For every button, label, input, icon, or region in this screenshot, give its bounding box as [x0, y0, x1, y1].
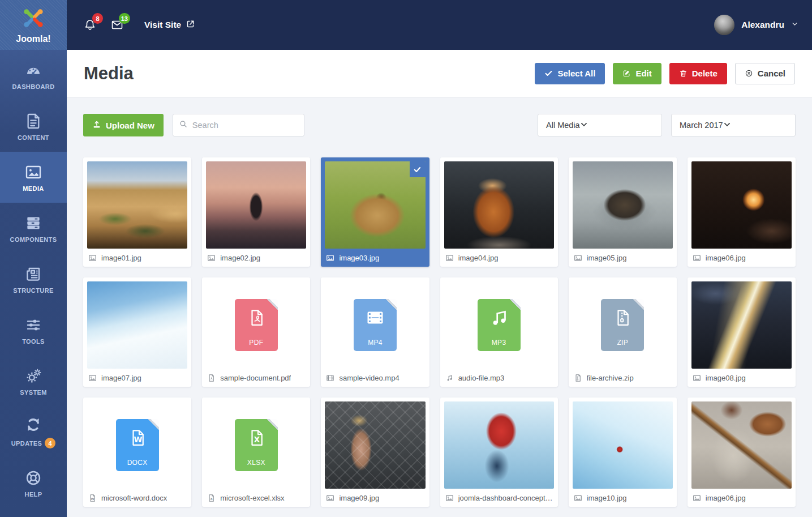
file-type-label: XLSX	[247, 459, 265, 467]
delete-button[interactable]: Delete	[669, 63, 727, 84]
pdf-file-icon	[207, 374, 216, 382]
media-item[interactable]: PDFsample-document.pdf	[202, 277, 310, 387]
image-file-icon	[326, 254, 334, 262]
media-thumbnail	[691, 281, 792, 369]
joomla-logo-icon	[22, 6, 45, 32]
pencil-icon	[622, 69, 631, 78]
date-filter-value: March 2017	[680, 121, 723, 130]
cancel-button[interactable]: Cancel	[735, 63, 795, 84]
video-file-tile: MP4	[354, 299, 397, 351]
zip-file-tile: ZIP	[601, 299, 644, 351]
page-title: Media	[84, 63, 134, 84]
media-thumbnail: XXLSX	[206, 401, 306, 489]
image-file-icon	[88, 374, 97, 382]
image-file-icon	[207, 254, 216, 262]
brand-name: Joomla!	[16, 34, 50, 44]
media-filename: sample-document.pdf	[206, 369, 306, 383]
sidebar-item-dashboard[interactable]: DASHBOARD	[0, 50, 67, 101]
media-thumbnail	[325, 161, 425, 249]
sidebar-item-tools[interactable]: TOOLS	[0, 305, 67, 356]
media-filename: image04.jpg	[444, 249, 554, 263]
media-thumbnail	[87, 161, 187, 249]
media-item[interactable]: image09.jpg	[321, 398, 429, 507]
media-item[interactable]: image10.jpg	[569, 398, 677, 507]
upload-new-button[interactable]: Upload New	[83, 114, 164, 136]
components-icon	[24, 214, 42, 232]
sidebar-item-components[interactable]: COMPONENTS	[0, 203, 67, 254]
image-file-icon	[693, 374, 701, 382]
sidebar-item-label: CONTENT	[18, 134, 49, 141]
sidebar-item-label: TOOLS	[22, 338, 45, 345]
media-item[interactable]: image03.jpg	[321, 157, 429, 267]
media-thumbnail: MP3	[444, 281, 554, 369]
notification-count-badge: 8	[92, 13, 103, 24]
visit-site-label: Visit Site	[144, 20, 181, 30]
external-link-icon	[186, 19, 195, 31]
sidebar-item-label: HELP	[25, 491, 42, 498]
media-filename: image05.jpg	[573, 249, 673, 263]
edit-button[interactable]: Edit	[613, 63, 661, 84]
media-item[interactable]: ZIPfile-archive.zip	[569, 277, 677, 387]
media-item[interactable]: joomla-dashboard-concept…	[440, 398, 558, 507]
media-thumbnail: WDOCX	[87, 401, 187, 489]
trash-icon	[679, 69, 688, 78]
sidebar-item-help[interactable]: HELP	[0, 458, 67, 509]
media-item[interactable]: MP4sample-video.mp4	[321, 277, 429, 387]
sidebar-item-updates[interactable]: UPDATES4	[0, 407, 67, 458]
media-filename: image08.jpg	[691, 369, 792, 383]
user-avatar	[714, 15, 734, 35]
media-item[interactable]: WDOCXWmicrosoft-word.docx	[83, 398, 191, 507]
word-file-icon: W	[88, 494, 97, 502]
date-filter-select[interactable]: March 2017	[671, 114, 796, 136]
media-toolbar: Upload New All Media	[83, 114, 796, 136]
image-file-icon	[326, 494, 334, 502]
edit-label: Edit	[635, 69, 651, 78]
media-item[interactable]: image04.jpg	[440, 157, 558, 267]
media-item[interactable]: MP3audio-file.mp3	[440, 277, 558, 387]
media-thumbnail: ZIP	[573, 281, 673, 369]
video-file-icon	[326, 374, 334, 382]
media-item[interactable]: image06.jpg	[688, 157, 796, 267]
sidebar-item-content[interactable]: CONTENT	[0, 101, 67, 152]
svg-text:W: W	[134, 435, 142, 444]
media-filename: image06.jpg	[691, 249, 792, 263]
visit-site-link[interactable]: Visit Site	[144, 19, 195, 31]
audio-file-icon	[445, 374, 454, 382]
image-file-icon	[693, 494, 701, 502]
joomla-home-button[interactable]: Joomla!	[0, 0, 67, 50]
selected-check-badge	[410, 161, 426, 177]
media-item[interactable]: XXLSXXmicrosoft-excel.xlsx	[202, 398, 310, 507]
message-count-badge: 13	[119, 13, 130, 24]
media-thumbnail	[206, 161, 306, 249]
image-file-icon	[88, 254, 97, 262]
sidebar-item-structure[interactable]: STRUCTURE	[0, 254, 67, 305]
upload-icon	[92, 120, 101, 131]
select-all-button[interactable]: Select All	[535, 63, 605, 84]
media-thumbnail: MP4	[325, 281, 425, 369]
media-thumbnail	[691, 161, 792, 249]
media-item[interactable]: image02.jpg	[202, 157, 310, 267]
messages-button[interactable]: 13	[110, 18, 124, 32]
media-item[interactable]: image08.jpg	[688, 277, 796, 387]
media-item[interactable]: image07.jpg	[83, 277, 191, 387]
search-input[interactable]	[192, 121, 298, 130]
sidebar-item-media[interactable]: MEDIA	[0, 152, 67, 203]
sidebar-item-label: COMPONENTS	[10, 236, 57, 243]
excel-file-tile: XXLSX	[235, 419, 278, 471]
updates-count-badge: 4	[45, 438, 55, 448]
header-actions: Select AllEditDeleteCancel	[535, 63, 795, 84]
media-item[interactable]: image05.jpg	[569, 157, 677, 267]
media-item[interactable]: image01.jpg	[83, 157, 191, 267]
media-thumbnail	[87, 281, 187, 369]
content-icon	[24, 112, 42, 130]
sidebar-item-system[interactable]: SYSTEM	[0, 356, 67, 407]
user-menu[interactable]: Alexandru	[714, 15, 798, 35]
search-icon	[179, 119, 188, 131]
sidebar-item-label: SYSTEM	[20, 389, 47, 396]
notifications-bell-button[interactable]: 8	[83, 18, 97, 32]
media-item[interactable]: image06.jpg	[688, 398, 796, 507]
structure-icon	[24, 265, 42, 283]
zip-file-icon	[574, 374, 582, 382]
circle-x-icon	[745, 69, 753, 78]
media-type-filter-select[interactable]: All Media	[538, 114, 662, 136]
